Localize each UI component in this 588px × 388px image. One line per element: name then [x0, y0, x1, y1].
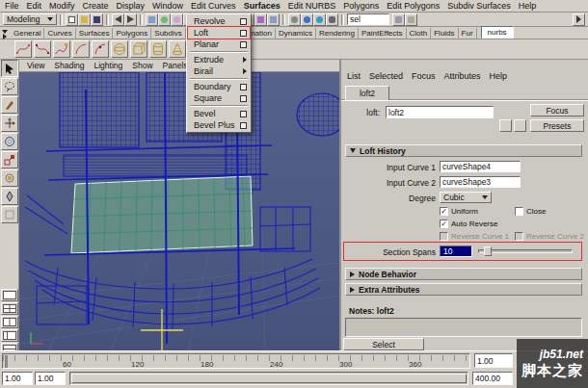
menu-file[interactable]: File [5, 1, 19, 11]
select-tool-icon[interactable] [1, 60, 18, 77]
select-object-icon[interactable] [158, 13, 171, 26]
layout-two-pane-icon[interactable] [1, 316, 18, 328]
menu-item-square[interactable]: Square [188, 92, 250, 104]
section-spans-slider-track[interactable] [478, 249, 573, 253]
ae-expand-icon[interactable] [514, 119, 526, 132]
input-curve-2-field[interactable]: curveShape3 [440, 176, 521, 188]
separator[interactable] [341, 14, 344, 25]
playback-start-field[interactable]: 1.00 [35, 372, 66, 385]
collapse-statusline-icon[interactable] [573, 13, 585, 26]
shelf-nurbs-cone-icon[interactable] [169, 40, 186, 58]
degree-dropdown[interactable]: Cubic [440, 192, 492, 203]
shelf-nurbs-cube-icon[interactable] [130, 40, 147, 58]
separator[interactable] [60, 14, 63, 25]
snap-view-icon[interactable] [267, 13, 280, 26]
list-input-icon[interactable] [392, 13, 405, 26]
range-slider-thumb[interactable] [71, 374, 467, 383]
shelf-arc-2point-icon[interactable] [72, 40, 90, 58]
extra-attributes-section-header[interactable]: Extra Attributes [345, 283, 582, 296]
universal-manip-tool-icon[interactable] [1, 169, 18, 187]
menu-subdiv-surfaces[interactable]: Subdiv Surfaces [447, 1, 511, 11]
show-manipulator-icon[interactable] [405, 13, 417, 26]
loft-history-section-header[interactable]: Loft History [345, 144, 582, 157]
viewport-menu-lighting[interactable]: Lighting [94, 61, 122, 70]
shelf-tab-rendering[interactable]: Rendering [316, 28, 359, 39]
menu-item-bevel-plus[interactable]: Bevel Plus [188, 119, 250, 131]
shelf-tab-general[interactable]: General [11, 28, 44, 39]
ae-menu-selected[interactable]: Selected [369, 71, 403, 81]
shelf-ep-curve-icon[interactable] [34, 40, 51, 58]
show-manip-tool-icon[interactable] [1, 188, 18, 205]
time-slider[interactable]: 60 120 180 240 300 360 [2, 353, 470, 369]
layout-four-pane-icon[interactable] [1, 302, 18, 315]
menu-item-bevel[interactable]: Bevel [188, 108, 250, 119]
input-curve-1-field[interactable]: curveShape4 [440, 161, 521, 172]
save-scene-icon[interactable] [91, 13, 103, 26]
select-hierarchy-icon[interactable] [146, 13, 158, 26]
viewport-menu-view[interactable]: View [27, 61, 44, 70]
shelf-tab-fur[interactable]: Fur [459, 28, 477, 39]
shelf-tab-nurbs-active[interactable]: nurbs [481, 26, 514, 39]
menu-edit-nurbs[interactable]: Edit NURBS [288, 1, 336, 11]
new-scene-icon[interactable] [66, 13, 78, 26]
construction-history-icon[interactable] [288, 13, 301, 26]
range-slider-track[interactable] [69, 372, 468, 385]
viewport-menu-panels[interactable]: Panels [163, 61, 188, 70]
menu-item-revolve[interactable]: Revolve [188, 15, 250, 27]
menu-item-planar[interactable]: Planar [188, 39, 250, 50]
notes-area[interactable] [345, 318, 582, 337]
redo-icon[interactable] [124, 13, 137, 26]
shelf-tab-cloth[interactable]: Cloth [407, 28, 432, 39]
menu-window[interactable]: Window [152, 1, 183, 11]
option-box-icon[interactable] [240, 41, 247, 48]
ae-menu-list[interactable]: List [347, 71, 361, 81]
menu-help[interactable]: Help [519, 1, 537, 11]
lasso-tool-icon[interactable] [1, 78, 18, 95]
render-globals-icon[interactable] [326, 13, 338, 26]
option-box-icon[interactable] [240, 111, 247, 117]
loft-name-field[interactable]: loft2 [386, 106, 494, 118]
layout-single-pane-icon[interactable] [1, 289, 18, 301]
menu-edit-polygons[interactable]: Edit Polygons [387, 1, 440, 11]
menu-item-boundary[interactable]: Boundary [188, 81, 250, 92]
playback-end-field[interactable]: 400.00 [472, 372, 513, 385]
ipr-render-icon[interactable] [313, 13, 326, 26]
option-box-icon[interactable] [240, 95, 247, 102]
scale-tool-icon[interactable] [1, 151, 18, 168]
select-component-icon[interactable] [171, 13, 183, 26]
viewport-canvas[interactable] [19, 72, 339, 350]
menu-create[interactable]: Create [83, 1, 109, 11]
option-box-icon[interactable] [240, 122, 247, 129]
ae-menu-focus[interactable]: Focus [412, 71, 436, 81]
menu-surfaces[interactable]: Surfaces [244, 1, 281, 11]
current-time-marker[interactable] [5, 355, 8, 368]
ae-menu-help[interactable]: Help [490, 71, 508, 81]
presets-button[interactable]: Presets [530, 119, 584, 132]
shelf-tab-curves[interactable]: Curves [44, 28, 75, 39]
menu-item-loft[interactable]: Loft [188, 27, 250, 39]
option-box-icon[interactable] [240, 18, 247, 25]
viewport-menu-show[interactable]: Show [132, 61, 152, 70]
shelf-tab-painteffects[interactable]: PaintEffects [359, 28, 407, 39]
menu-set-dropdown[interactable]: Modeling [3, 13, 57, 25]
menu-item-birail[interactable]: Birail [188, 65, 250, 77]
shelf-nurbs-sphere-icon[interactable] [111, 40, 128, 58]
option-box-icon[interactable] [240, 30, 247, 37]
separator[interactable] [140, 14, 143, 25]
menu-display[interactable]: Display [117, 1, 146, 11]
section-spans-slider-handle[interactable] [484, 246, 492, 256]
shelf-tab-polygons[interactable]: Polygons [113, 28, 151, 39]
snap-plane-icon[interactable] [254, 13, 267, 26]
shelf-tab-dynamics[interactable]: Dynamics [276, 28, 316, 39]
shelf-cv-curve-icon[interactable] [14, 40, 32, 58]
select-button[interactable]: Select [343, 338, 424, 350]
render-current-frame-icon[interactable] [301, 13, 313, 26]
anim-start-field[interactable]: 1.00 [2, 372, 33, 385]
shelf-tab-surfaces[interactable]: Surfaces [76, 28, 114, 39]
last-tool-icon[interactable] [1, 206, 18, 223]
menu-modify[interactable]: Modify [49, 1, 75, 11]
undo-icon[interactable] [112, 13, 124, 26]
rotate-tool-icon[interactable] [1, 133, 18, 150]
shelf-tab-fluids[interactable]: Fluids [431, 28, 458, 39]
ae-tab-loft2[interactable]: loft2 [345, 86, 389, 100]
